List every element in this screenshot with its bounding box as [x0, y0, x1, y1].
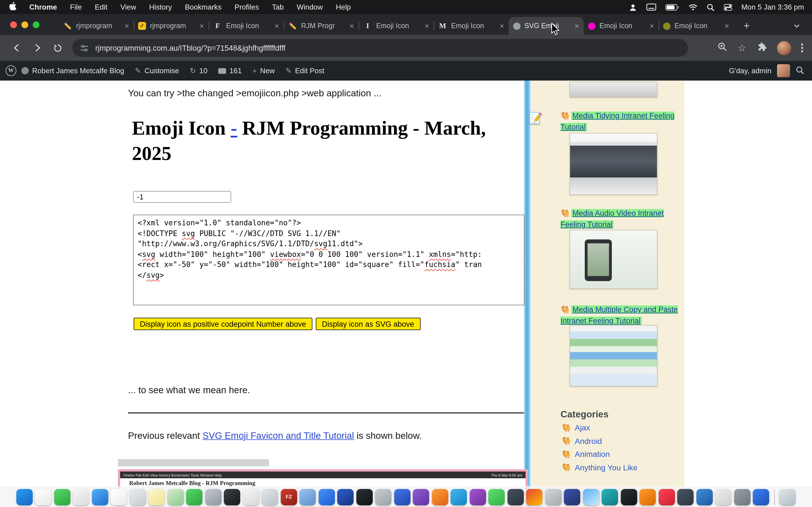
- control-center-icon[interactable]: [723, 4, 732, 10]
- dock-icon-chrome[interactable]: [526, 489, 543, 505]
- extensions-icon[interactable]: [756, 42, 767, 54]
- browser-tab-2[interactable]: ✓rjmprogram×: [134, 17, 209, 35]
- tab-close-button[interactable]: ×: [424, 22, 429, 30]
- admin-customise[interactable]: ✎ Customise: [135, 66, 179, 75]
- menubar-clock[interactable]: Mon 5 Jan 3:36 pm: [741, 3, 804, 11]
- window-zoom-button[interactable]: [33, 21, 40, 28]
- window-minimize-button[interactable]: [21, 21, 28, 28]
- new-tab-button[interactable]: +: [740, 19, 753, 33]
- admin-search-icon[interactable]: [796, 66, 804, 76]
- window-close-button[interactable]: [10, 21, 17, 28]
- site-info-icon[interactable]: [80, 44, 89, 52]
- reload-button[interactable]: [51, 41, 64, 55]
- admin-updates[interactable]: ↻ 10: [190, 66, 207, 75]
- dock-icon-facetime[interactable]: [186, 489, 203, 505]
- battery-icon[interactable]: [665, 4, 679, 10]
- dock-icon-slack[interactable]: [677, 489, 694, 505]
- dock-icon-docker[interactable]: [621, 489, 637, 505]
- dock-icon-messages[interactable]: [54, 489, 70, 505]
- admin-greeting[interactable]: G'day, admin: [729, 66, 771, 75]
- menu-edit[interactable]: Edit: [95, 3, 107, 11]
- spotlight-search-icon[interactable]: [706, 3, 714, 11]
- post-permalink[interactable]: -: [231, 117, 237, 139]
- address-bar[interactable]: rjmprogramming.com.au/ITblog/?p=71548&jg…: [72, 39, 688, 57]
- user-switch-icon[interactable]: [628, 3, 637, 11]
- dock-icon-app-store[interactable]: [319, 489, 335, 505]
- profile-avatar[interactable]: [777, 41, 791, 55]
- tab-close-button[interactable]: ×: [274, 22, 279, 30]
- menu-file[interactable]: File: [70, 3, 82, 11]
- category-link-ajax[interactable]: Ajax: [574, 423, 590, 432]
- admin-avatar[interactable]: [777, 64, 790, 77]
- dock-icon-opera[interactable]: [659, 489, 675, 505]
- sidebar-post-link-2[interactable]: Media Audio Video Intranet Feeling Tutor…: [560, 209, 664, 228]
- menu-profiles[interactable]: Profiles: [235, 3, 259, 11]
- browser-tab-1[interactable]: ✏️rjmprogram×: [59, 17, 134, 35]
- dock-icon-trash[interactable]: [779, 489, 796, 505]
- dock-icon-safari[interactable]: [583, 489, 599, 505]
- dock-icon-maps[interactable]: [167, 489, 184, 505]
- dock-icon-edge[interactable]: [696, 489, 713, 505]
- dock-icon-utility-teal[interactable]: [602, 489, 618, 505]
- dock-icon-stickies[interactable]: [715, 489, 732, 505]
- tab-search-button[interactable]: [790, 19, 804, 33]
- back-button[interactable]: [10, 41, 24, 55]
- browser-tab-5[interactable]: IEmoji Icon×: [359, 17, 434, 35]
- codepoint-input[interactable]: [133, 191, 231, 203]
- wp-logo-icon[interactable]: W: [6, 65, 16, 76]
- menu-view[interactable]: View: [120, 3, 136, 11]
- dock-icon-activity-monitor[interactable]: [262, 489, 278, 505]
- dock-icon-thunderbird[interactable]: [394, 489, 410, 505]
- dock-icon-reminders[interactable]: [130, 489, 146, 505]
- dock-icon-calendar[interactable]: [111, 489, 127, 505]
- keyboard-icon[interactable]: [646, 3, 656, 11]
- category-link-animation[interactable]: Animation: [574, 450, 610, 459]
- tab-close-button[interactable]: ×: [574, 22, 579, 30]
- bookmark-star-icon[interactable]: ☆: [738, 43, 747, 53]
- dock-icon-podcasts[interactable]: [413, 489, 429, 505]
- zoom-icon[interactable]: [718, 42, 728, 54]
- svg-code-box[interactable]: <?xml version="1.0" standalone="no"?><!D…: [133, 215, 524, 305]
- menu-tab[interactable]: Tab: [272, 3, 284, 11]
- category-link-android[interactable]: Android: [574, 436, 602, 445]
- tab-close-button[interactable]: ×: [350, 22, 354, 30]
- admin-edit-post[interactable]: ✎ Edit Post: [286, 66, 324, 75]
- sidebar-thumbnail-2[interactable]: [569, 230, 658, 289]
- dock-icon-devtools[interactable]: [507, 489, 524, 505]
- previous-tutorial-link[interactable]: SVG Emoji Favicon and Title Tutorial: [202, 431, 354, 441]
- display-svg-button[interactable]: Display icon as SVG above: [316, 318, 420, 330]
- forward-button[interactable]: [31, 41, 44, 55]
- admin-comments[interactable]: 161: [218, 66, 242, 75]
- menu-help[interactable]: Help: [336, 3, 351, 11]
- tab-close-button[interactable]: ×: [124, 22, 129, 30]
- browser-tab-9[interactable]: Emoji Icon×: [659, 17, 733, 35]
- dock-icon-terminal[interactable]: [224, 489, 241, 505]
- display-codepoint-button[interactable]: Display icon as positive codepoint Numbe…: [134, 318, 312, 330]
- menu-window[interactable]: Window: [297, 3, 323, 11]
- admin-new[interactable]: + New: [252, 66, 274, 75]
- wifi-icon[interactable]: [688, 4, 697, 10]
- dock-icon-photos[interactable]: [73, 489, 89, 505]
- dock-icon-word[interactable]: [338, 489, 354, 505]
- dock-icon-itunes[interactable]: [375, 489, 392, 505]
- sidebar-thumbnail-1[interactable]: [569, 133, 658, 195]
- dock-icon-utilities[interactable]: [734, 489, 751, 505]
- dock-icon-system-settings[interactable]: [205, 489, 221, 505]
- dock-icon-firefox[interactable]: [432, 489, 448, 505]
- dock-icon-iterm[interactable]: [356, 489, 373, 505]
- dock-icon-mail[interactable]: [92, 489, 108, 505]
- chrome-menu-icon[interactable]: [801, 44, 803, 52]
- tab-close-button[interactable]: ×: [650, 22, 654, 30]
- admin-site-name[interactable]: Robert James Metcalfe Blog: [21, 66, 124, 75]
- dock-icon-dropbox[interactable]: [545, 489, 562, 505]
- dock-icon-filezilla[interactable]: FZ: [281, 489, 297, 505]
- dock-icon-onedrive[interactable]: [564, 489, 580, 505]
- dock-icon-textedit[interactable]: [243, 489, 259, 505]
- dock-icon-vivaldi[interactable]: [470, 489, 486, 505]
- menu-bookmarks[interactable]: Bookmarks: [185, 3, 221, 11]
- browser-tab-6[interactable]: MEmoji Icon×: [434, 17, 509, 35]
- browser-tab-4[interactable]: ✏️RJM Progr×: [284, 17, 359, 35]
- menu-history[interactable]: History: [149, 3, 172, 11]
- dock-icon-vlc[interactable]: [640, 489, 656, 505]
- tab-close-button[interactable]: ×: [500, 22, 504, 30]
